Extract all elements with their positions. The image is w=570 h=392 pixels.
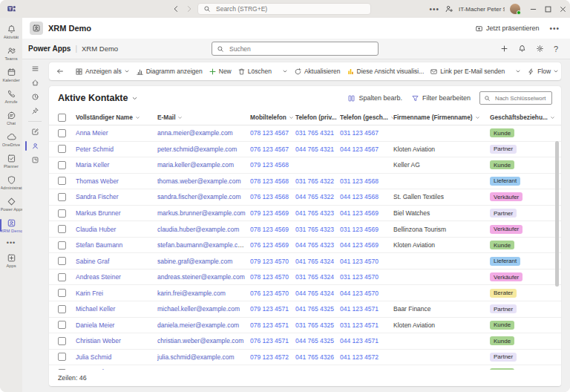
global-search-box[interactable]: [197, 3, 371, 15]
table-row[interactable]: Daniela Meier daniela.meier@example.com …: [49, 318, 561, 334]
sidebar-item-apps[interactable]: Apps: [0, 249, 22, 271]
row-checkbox[interactable]: [58, 145, 66, 153]
email-link[interactable]: anna.meier@example.com: [157, 129, 233, 137]
sidebar-item-power-apps[interactable]: Power Apps: [0, 193, 22, 215]
sidebar-item-xrm-demo[interactable]: XRM Demo: [0, 215, 22, 236]
table-row[interactable]: Stefan Baumann stefan.baumann@example.co…: [49, 238, 561, 254]
contact-name-link[interactable]: Michael Keller: [76, 305, 115, 313]
sitemap-menu-button[interactable]: [22, 63, 48, 74]
row-checkbox[interactable]: [58, 321, 66, 329]
table-row[interactable]: Sandra Fischer sandra.fischer@example.co…: [49, 189, 561, 206]
sitemap-pinned-button[interactable]: [22, 105, 48, 117]
mobile-link[interactable]: 078 123 4567: [250, 129, 289, 137]
nav-forward-button[interactable]: [186, 5, 193, 13]
phone-business-link[interactable]: 031 123 4569: [340, 226, 379, 233]
sitemap-accounts-button[interactable]: [22, 154, 48, 166]
quick-create-button[interactable]: [500, 45, 508, 53]
email-link[interactable]: thomas.weber@example.com: [157, 177, 241, 185]
table-row[interactable]: Julia Schmid julia.schmid@example.com 07…: [49, 350, 561, 366]
email-link[interactable]: karin.frei@example.com: [157, 290, 226, 297]
mobile-link[interactable]: 079 123 4570: [250, 258, 289, 265]
sitemap-form-button[interactable]: [22, 126, 48, 137]
phone-private-link[interactable]: 031 765 4321: [295, 129, 334, 137]
column-header-phone-business[interactable]: Telefon (gesch...: [340, 114, 393, 121]
row-checkbox[interactable]: [58, 241, 66, 249]
view-as-button[interactable]: Anzeigen als: [73, 66, 132, 77]
row-checkbox[interactable]: [58, 305, 66, 313]
column-header-company[interactable]: Firmenname (Firmenname): [393, 114, 490, 121]
flow-button[interactable]: Flow: [525, 66, 561, 77]
table-row[interactable]: Sabine Graf sabine.graf@example.com 079 …: [49, 253, 561, 270]
visualize-view-button[interactable]: Diese Ansicht visualisi...: [344, 66, 427, 77]
contact-name-link[interactable]: Andreas Steiner: [76, 273, 121, 281]
new-button[interactable]: New: [206, 66, 234, 77]
app-header-more-button[interactable]: •••: [546, 24, 563, 33]
phone-business-link[interactable]: 041 123 4571: [340, 305, 379, 313]
column-header-relationship[interactable]: Geschäftsbeziehu...: [490, 114, 561, 121]
phone-private-link[interactable]: 044 765 4323: [295, 241, 334, 249]
table-row[interactable]: Thomas Weber thomas.weber@example.com 07…: [49, 174, 561, 190]
phone-business-link[interactable]: 044 123 4568: [340, 193, 379, 200]
sidebar-item-teams[interactable]: Teams: [0, 42, 22, 64]
contact-name-link[interactable]: Claudia Huber: [76, 226, 116, 233]
vertical-scrollbar[interactable]: [555, 141, 559, 287]
contact-name-link[interactable]: Sabine Graf: [76, 258, 109, 265]
phone-private-link[interactable]: 044 765 4324: [295, 290, 334, 297]
table-row[interactable]: Anna Meier anna.meier@example.com 078 12…: [49, 125, 561, 142]
back-button[interactable]: [53, 65, 67, 77]
mobile-link[interactable]: 078 123 4568: [250, 177, 289, 185]
email-link[interactable]: claudia.huber@example.com: [157, 226, 239, 233]
row-checkbox[interactable]: [58, 257, 66, 265]
app-search-input[interactable]: [228, 45, 373, 53]
phone-private-link[interactable]: 031 765 4322: [295, 177, 334, 185]
rail-more-button[interactable]: •••: [0, 236, 22, 249]
contact-name-link[interactable]: Anna Meier: [76, 129, 108, 137]
sidebar-item-chat[interactable]: Chat: [0, 107, 22, 128]
row-checkbox[interactable]: [58, 209, 66, 218]
phone-private-link[interactable]: 031 765 4324: [295, 273, 334, 281]
mobile-link[interactable]: 076 123 4571: [250, 337, 289, 344]
row-checkbox[interactable]: [58, 161, 66, 169]
row-checkbox[interactable]: [58, 353, 66, 361]
contact-name-link[interactable]: Markus Brunner: [76, 209, 120, 217]
phone-business-link[interactable]: 044 123 4567: [340, 146, 379, 153]
contact-name-link[interactable]: Peter Schmid: [76, 146, 114, 153]
delete-button[interactable]: Löschen: [235, 66, 274, 77]
delete-more-button[interactable]: [280, 67, 290, 76]
row-checkbox[interactable]: [58, 337, 66, 345]
mobile-link[interactable]: 076 123 4568: [250, 193, 289, 200]
breadcrumb-page[interactable]: XRM Demo: [82, 45, 118, 53]
mobile-link[interactable]: 076 123 4569: [250, 241, 289, 249]
phone-private-link[interactable]: 044 765 4325: [295, 337, 334, 344]
row-checkbox[interactable]: [58, 273, 66, 281]
refresh-button[interactable]: Aktualisieren: [292, 66, 343, 77]
email-link-more-button[interactable]: [513, 67, 523, 76]
global-search-input[interactable]: [214, 4, 365, 13]
phone-private-link[interactable]: 044 765 4321: [295, 146, 334, 153]
contact-name-link[interactable]: Sandra Fischer: [76, 193, 119, 200]
email-link[interactable]: markus.brunner@example.com: [157, 209, 246, 217]
phone-private-link[interactable]: 031 765 4325: [295, 321, 334, 329]
sidebar-item-calls[interactable]: Anrufe: [0, 85, 22, 107]
email-link[interactable]: daniela.meier@example.com: [157, 321, 239, 329]
mobile-link[interactable]: 076 123 4567: [250, 146, 289, 153]
settings-button[interactable]: [536, 45, 544, 53]
mobile-link[interactable]: 078 123 4569: [250, 226, 289, 233]
sidebar-item-onedrive[interactable]: OneDrive: [0, 128, 22, 150]
phone-private-link[interactable]: 041 765 4324: [295, 258, 334, 265]
email-link[interactable]: sandra.fischer@example.com: [157, 193, 241, 200]
table-row[interactable]: Peter Schmid peter.schmid@example.com 07…: [49, 142, 561, 158]
contact-name-link[interactable]: Thomas Weber: [76, 177, 119, 185]
mobile-link[interactable]: 078 123 4570: [250, 273, 289, 281]
row-checkbox[interactable]: [58, 289, 66, 297]
phone-business-link[interactable]: 031 123 4571: [340, 321, 379, 329]
sitemap-home-button[interactable]: [22, 77, 48, 88]
row-checkbox[interactable]: [58, 193, 66, 201]
column-header-email[interactable]: E-Mail: [157, 114, 250, 121]
phone-private-link[interactable]: 041 765 4323: [295, 209, 334, 217]
titlebar-more-button[interactable]: •••: [429, 5, 439, 13]
contact-name-link[interactable]: Daniela Meier: [76, 321, 114, 329]
keyword-filter-input[interactable]: [494, 94, 548, 102]
mobile-link[interactable]: 079 123 4572: [250, 353, 289, 361]
mobile-link[interactable]: 078 123 4571: [250, 321, 289, 329]
